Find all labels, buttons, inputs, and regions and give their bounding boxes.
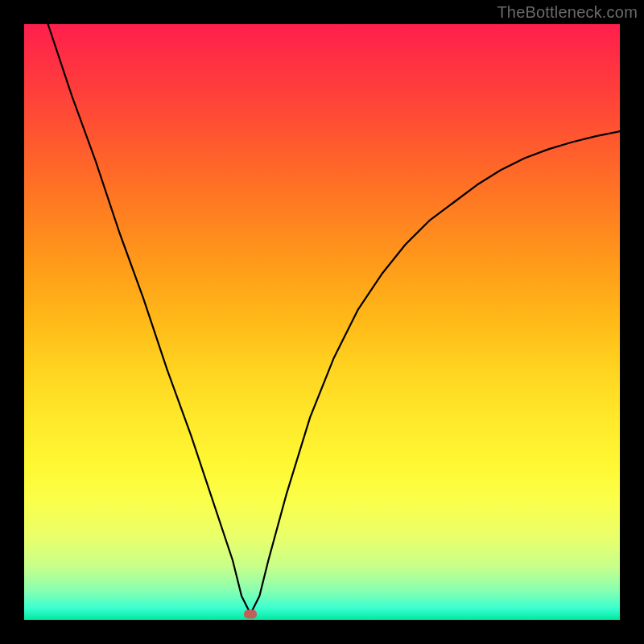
bottleneck-minimum-marker — [244, 609, 257, 618]
plot-area — [24, 24, 620, 620]
chart-frame: TheBottleneck.com — [0, 0, 644, 644]
watermark-text: TheBottleneck.com — [497, 3, 638, 22]
bottleneck-curve — [24, 24, 620, 620]
